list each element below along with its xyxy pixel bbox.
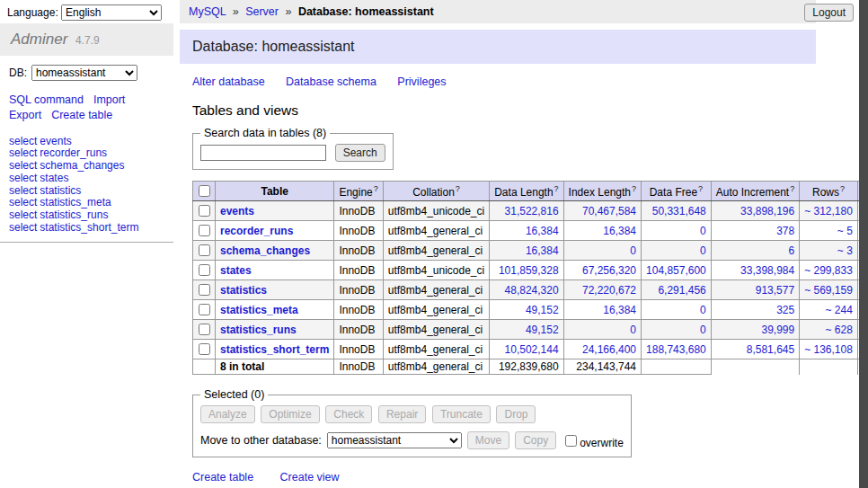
repair-button[interactable]: Repair xyxy=(378,405,426,423)
table-link[interactable]: statistics_runs xyxy=(40,209,108,221)
table-link[interactable]: schema_changes xyxy=(40,159,124,172)
auto-increment-link[interactable]: 325 xyxy=(776,304,794,316)
index-length-link[interactable]: 72,220,672 xyxy=(582,284,636,297)
row-checkbox[interactable] xyxy=(199,343,210,355)
scrollbar-thumb[interactable] xyxy=(859,0,868,488)
db-select[interactable]: homeassistant xyxy=(31,65,137,81)
row-checkbox[interactable] xyxy=(199,205,210,217)
select-link[interactable]: select xyxy=(9,221,37,234)
table-link[interactable]: states xyxy=(40,172,68,184)
app-logo-link[interactable]: Adminer xyxy=(11,31,67,48)
table-link[interactable]: statistics xyxy=(40,184,81,197)
data-free-link[interactable]: 104,857,600 xyxy=(646,264,706,277)
help-icon[interactable]: ? xyxy=(790,184,794,193)
rows-count-link[interactable]: ~ 628 xyxy=(826,324,853,336)
auto-increment-link[interactable]: 6 xyxy=(788,244,794,257)
index-length-link[interactable]: 16,384 xyxy=(603,304,636,316)
select-link[interactable]: select xyxy=(9,196,37,209)
data-free-link[interactable]: 0 xyxy=(700,324,706,336)
index-length-link[interactable]: 24,166,400 xyxy=(582,343,636,356)
drop-button[interactable]: Drop xyxy=(496,405,536,423)
optimize-button[interactable]: Optimize xyxy=(261,405,319,423)
row-checkbox[interactable] xyxy=(199,304,210,315)
auto-increment-link[interactable]: 39,999 xyxy=(761,324,794,336)
privileges-link[interactable]: Privileges xyxy=(397,75,446,88)
sidebar-link-create-table[interactable]: Create table xyxy=(51,109,112,121)
row-checkbox[interactable] xyxy=(199,324,210,335)
table-name-link[interactable]: statistics_runs xyxy=(220,324,297,336)
data-length-link[interactable]: 31,522,816 xyxy=(505,205,559,217)
data-length-link[interactable]: 101,859,328 xyxy=(499,264,559,277)
auto-increment-link[interactable]: 33,898,196 xyxy=(740,205,794,217)
data-length-link[interactable]: 49,152 xyxy=(526,304,559,316)
data-length-link[interactable]: 16,384 xyxy=(526,225,559,237)
table-name-link[interactable]: recorder_runs xyxy=(220,225,293,237)
auto-increment-link[interactable]: 33,398,984 xyxy=(740,264,794,277)
data-length-link[interactable]: 16,384 xyxy=(526,244,559,257)
sidebar-link-sql-command[interactable]: SQL command xyxy=(9,93,84,106)
select-link[interactable]: select xyxy=(9,209,37,221)
index-length-link[interactable]: 0 xyxy=(630,324,636,336)
data-free-link[interactable]: 6,291,456 xyxy=(658,284,705,297)
select-link[interactable]: select xyxy=(9,184,37,197)
data-free-link[interactable]: 50,331,648 xyxy=(652,205,706,217)
move-database-select[interactable]: homeassistant xyxy=(327,432,462,448)
rows-count-link[interactable]: ~ 3 xyxy=(837,244,853,257)
breadcrumb-server-link[interactable]: Server xyxy=(245,5,279,18)
data-free-link[interactable]: 0 xyxy=(700,244,706,257)
data-free-link[interactable]: 0 xyxy=(700,304,706,316)
row-checkbox[interactable] xyxy=(199,264,210,276)
table-name-link[interactable]: statistics xyxy=(220,284,267,297)
help-icon[interactable]: ? xyxy=(698,184,703,193)
move-button[interactable]: Move xyxy=(467,431,509,449)
table-name-link[interactable]: statistics_short_term xyxy=(220,343,329,356)
select-link[interactable]: select xyxy=(9,146,37,159)
language-select[interactable]: English xyxy=(61,4,162,21)
table-link[interactable]: recorder_runs xyxy=(40,146,107,159)
breadcrumb-mysql-link[interactable]: MySQL xyxy=(189,5,226,18)
select-link[interactable]: select xyxy=(9,135,37,147)
help-icon[interactable]: ? xyxy=(554,184,559,193)
row-checkbox[interactable] xyxy=(199,284,210,296)
overwrite-checkbox[interactable] xyxy=(565,435,577,447)
rows-count-link[interactable]: ~ 569,159 xyxy=(804,284,853,297)
check-button[interactable]: Check xyxy=(325,405,372,423)
sidebar-link-import[interactable]: Import xyxy=(93,93,125,106)
select-link[interactable]: select xyxy=(9,172,37,184)
row-checkbox[interactable] xyxy=(199,244,210,256)
rows-count-link[interactable]: ~ 244 xyxy=(826,304,853,316)
search-input[interactable] xyxy=(200,145,326,161)
rows-count-link[interactable]: ~ 312,180 xyxy=(804,205,853,217)
table-name-link[interactable]: states xyxy=(220,264,252,277)
auto-increment-link[interactable]: 378 xyxy=(776,225,794,237)
data-length-link[interactable]: 48,824,320 xyxy=(505,284,559,297)
sidebar-link-export[interactable]: Export xyxy=(9,109,41,121)
truncate-button[interactable]: Truncate xyxy=(432,405,491,423)
help-icon[interactable]: ? xyxy=(456,184,460,193)
rows-count-link[interactable]: ~ 136,108 xyxy=(804,343,853,356)
data-free-link[interactable]: 188,743,680 xyxy=(646,343,706,356)
rows-count-link[interactable]: ~ 299,833 xyxy=(804,264,853,277)
alter-database-link[interactable]: Alter database xyxy=(192,75,265,88)
table-name-link[interactable]: events xyxy=(220,205,254,217)
index-length-link[interactable]: 70,467,584 xyxy=(582,205,636,217)
index-length-link[interactable]: 67,256,320 xyxy=(582,264,636,277)
analyze-button[interactable]: Analyze xyxy=(200,405,255,423)
logout-button[interactable]: Logout xyxy=(804,4,854,22)
data-length-link[interactable]: 49,152 xyxy=(526,324,559,336)
row-checkbox[interactable] xyxy=(199,225,210,236)
table-link[interactable]: events xyxy=(40,135,71,147)
table-link[interactable]: statistics_meta xyxy=(40,196,111,209)
table-link[interactable]: statistics_short_term xyxy=(40,221,138,234)
select-all-checkbox[interactable] xyxy=(199,185,210,197)
index-length-link[interactable]: 0 xyxy=(630,244,636,257)
copy-button[interactable]: Copy xyxy=(515,431,556,449)
vertical-scrollbar[interactable] xyxy=(859,0,868,488)
rows-count-link[interactable]: ~ 5 xyxy=(837,225,853,237)
auto-increment-link[interactable]: 913,577 xyxy=(756,284,794,297)
create-view-link[interactable]: Create view xyxy=(280,471,340,484)
data-free-link[interactable]: 0 xyxy=(700,225,706,237)
help-icon[interactable]: ? xyxy=(840,184,845,193)
auto-increment-link[interactable]: 8,581,645 xyxy=(747,343,794,356)
help-icon[interactable]: ? xyxy=(374,184,378,193)
